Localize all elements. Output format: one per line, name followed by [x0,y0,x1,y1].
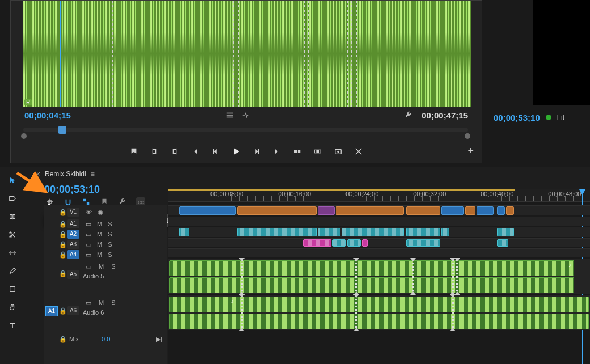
video-clip[interactable] [318,206,335,215]
mute-button[interactable]: M [94,251,105,258]
audio-clip[interactable] [303,239,331,247]
track-target-a1[interactable]: A1 [67,219,79,228]
step-forward-button[interactable] [252,147,261,156]
mute-button[interactable]: M [94,241,105,248]
source-waveform[interactable]: R [23,1,471,107]
audio-clip[interactable] [497,239,508,247]
track-target-a3[interactable]: A3 [67,240,79,249]
audio-clip[interactable] [441,228,449,236]
track-lane-a4[interactable] [168,248,590,257]
solo-button[interactable]: S [105,221,115,227]
settings-wrench-icon[interactable] [404,111,412,119]
audio-clip[interactable] [497,228,514,236]
audio-clip[interactable] [332,239,346,247]
close-sequence-button[interactable]: × [36,170,40,178]
track-header-a3[interactable]: 🔒 A3 ▭ M S [44,239,167,249]
audio-clip[interactable] [347,239,361,247]
slip-tool[interactable] [7,247,18,259]
video-clip[interactable] [506,206,514,215]
hand-tool[interactable] [7,302,18,313]
drag-video-audio-icon[interactable] [242,111,250,119]
track-select-tool[interactable] [7,193,18,204]
timeline-clip-area[interactable]: ♪ ♪ [168,202,590,364]
rectangle-tool[interactable] [7,283,18,295]
solo-button[interactable]: S [105,251,115,258]
video-clip[interactable] [237,206,317,215]
toggle-track-output-icon[interactable]: 👁 [83,209,95,215]
toggle-track-output-icon[interactable]: ▭ [83,221,94,228]
solo-button[interactable]: S [105,231,115,238]
solo-button[interactable]: S [108,299,118,306]
step-back-button[interactable] [211,147,220,156]
ripple-edit-tool[interactable] [7,211,18,222]
mark-in-button[interactable] [150,147,159,156]
toggle-track-output-icon[interactable]: ▭ [83,263,94,270]
track-header-a2[interactable]: 🔒 A2 ▭ M S [44,229,167,239]
track-lane-a6[interactable]: ♪ [168,295,590,330]
source-out-timecode[interactable]: 00;00;47;15 [422,111,468,120]
track-lane-a5[interactable]: ♪ [168,259,590,294]
source-zoom-thumb[interactable] [58,126,66,134]
mute-button[interactable]: M [94,231,105,238]
track-target-a2[interactable]: A2 [67,230,79,239]
razor-tool[interactable] [7,229,18,240]
pen-tool[interactable] [7,265,18,277]
track-lane-a3[interactable] [168,238,590,247]
audio-clip[interactable] [318,228,340,236]
zoom-level-dropdown[interactable]: Fit [557,113,564,121]
go-to-next-keyframe-icon[interactable]: ▶| [156,336,162,343]
mute-button[interactable]: M [94,221,105,227]
video-clip[interactable] [477,206,494,215]
lock-icon[interactable]: 🔒 [59,307,67,315]
audio-clip[interactable] [169,314,589,329]
zoom-handle-left[interactable] [21,133,27,139]
mix-level-value[interactable]: 0.0 [102,336,110,342]
lock-icon[interactable]: 🔒 [59,241,67,248]
remix-audio-clip[interactable]: ♪ [169,260,574,276]
audio-clip[interactable]: ♪ [169,297,589,312]
lock-icon[interactable]: 🔒 [59,270,67,277]
audio-clip[interactable] [406,239,440,247]
comparison-view-button[interactable] [354,147,363,156]
video-clip[interactable] [179,206,236,215]
insert-button[interactable] [293,147,302,156]
track-header-a4[interactable]: 🔒 A4 ▭ M S [44,249,167,260]
program-timecode[interactable]: 00;00;53;10 [494,113,540,122]
toggle-track-output-icon[interactable]: ▭ [83,299,94,306]
overwrite-button[interactable] [313,147,322,156]
mix-track-header[interactable]: 🔒 Mix 0.0 ▶| [44,333,167,345]
video-clip[interactable] [336,206,404,215]
lock-icon[interactable]: 🔒 [59,231,67,238]
track-target-v1[interactable]: V1 [67,208,79,217]
source-zoom-scrollbar[interactable] [23,123,468,137]
audio-clip[interactable] [406,228,440,236]
export-frame-button[interactable] [334,147,343,156]
source-patch-a1[interactable]: A1 [45,306,58,316]
source-playhead[interactable] [60,1,61,107]
audio-clip[interactable] [237,228,317,236]
list-view-icon[interactable] [226,111,234,119]
timeline-ruler[interactable]: 00;00;08;00 00;00;16;00 00;00;24;00 00;0… [168,189,590,202]
video-clip[interactable] [441,206,464,215]
track-target-a6[interactable]: A6 [67,306,79,315]
lock-icon[interactable]: 🔒 [59,251,67,259]
add-marker-button[interactable] [129,147,138,156]
go-to-out-button[interactable] [272,147,281,156]
audio-clip[interactable] [362,239,368,247]
program-monitor-viewport[interactable] [533,0,590,105]
video-clip[interactable] [406,206,440,215]
toggle-track-output-icon[interactable]: ▭ [83,251,94,259]
track-target-a4[interactable]: A4 [67,250,79,259]
toggle-track-output-icon[interactable]: ▭ [83,241,94,248]
solo-button[interactable]: S [105,241,115,248]
solo-button[interactable]: S [108,263,118,270]
track-header-a1[interactable]: 🔒 A1 ▭ M S [44,219,167,229]
track-lane-v1[interactable] [168,205,590,215]
zoom-handle-right[interactable] [465,133,470,139]
audio-clip[interactable] [342,228,404,236]
lock-icon[interactable]: 🔒 [59,209,67,216]
track-header-a5[interactable]: 🔒 A5 ▭ M S Audio 5 [44,261,167,296]
track-header-v1[interactable]: 🔒 V1 👁 ◉ [44,206,167,218]
sequence-menu-icon[interactable]: ≡ [91,170,95,178]
video-clip[interactable] [497,206,505,215]
